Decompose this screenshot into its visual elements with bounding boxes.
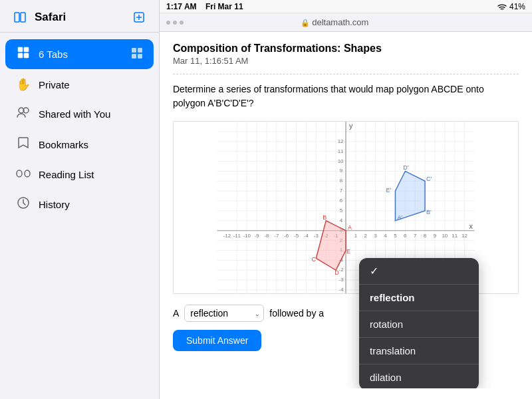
url-bar[interactable]: 🔒 deltamath.com [184, 17, 485, 27]
sidebar-header: Safari [0, 0, 159, 33]
sidebar-item-private[interactable]: ✋ Private [5, 70, 154, 98]
svg-text:3: 3 [374, 233, 377, 239]
transformation-select[interactable]: reflection rotation translation dilation [184, 305, 264, 322]
page-content: Composition of Transformations: Shapes M… [160, 32, 532, 388]
svg-text:9: 9 [340, 168, 343, 174]
dot-2 [173, 21, 177, 25]
sidebar-item-reading-list[interactable]: Reading List [5, 161, 154, 188]
main-content: 1:17 AM Fri Mar 11 41% 🔒 deltamath.com [160, 0, 532, 399]
question-text: Determine a series of transformations th… [173, 82, 519, 110]
svg-text:y: y [349, 122, 353, 130]
dropdown-item-reflection[interactable]: reflection [359, 285, 479, 311]
bookmarks-label: Bookmarks [39, 139, 88, 150]
svg-text:6: 6 [404, 233, 407, 239]
svg-text:9: 9 [434, 233, 437, 239]
svg-text:12: 12 [462, 233, 467, 239]
svg-rect-0 [15, 13, 19, 22]
svg-text:E: E [346, 248, 350, 255]
svg-text:-3: -3 [339, 277, 344, 283]
svg-text:10: 10 [338, 158, 344, 164]
battery-text: 41% [509, 2, 525, 11]
svg-text:7: 7 [340, 188, 342, 194]
input-prefix: A [173, 308, 179, 319]
svg-text:6: 6 [340, 198, 343, 203]
sidebar: Safari 6 Tabs [0, 0, 160, 399]
url-text: deltamath.com [312, 17, 368, 27]
sidebar-item-shared[interactable]: Shared with You [5, 100, 154, 128]
svg-text:-7: -7 [274, 233, 279, 239]
browser-chrome: 🔒 deltamath.com [160, 13, 532, 32]
sidebar-item-bookmarks[interactable]: Bookmarks [5, 130, 154, 160]
svg-rect-10 [138, 48, 142, 53]
svg-rect-8 [24, 53, 29, 58]
wifi-icon [497, 3, 507, 10]
shared-label: Shared with You [39, 108, 110, 120]
private-label: Private [39, 79, 70, 90]
submit-button[interactable]: Submit Answer [173, 330, 261, 351]
dropdown-selected-row: ✓ [359, 258, 479, 285]
svg-text:-8: -8 [264, 233, 269, 239]
svg-text:4: 4 [340, 217, 343, 223]
svg-text:B': B' [426, 209, 432, 215]
page-date: Mar 11, 1:16:51 AM [173, 56, 519, 66]
dropdown-menu: ✓ reflection rotation translation dilati… [359, 258, 479, 388]
bookmarks-icon [16, 136, 31, 153]
dropdown-item-rotation[interactable]: rotation [359, 311, 479, 338]
lock-icon: 🔒 [301, 19, 310, 27]
private-icon: ✋ [16, 77, 31, 92]
svg-text:8: 8 [340, 178, 343, 184]
tabs-icon [16, 46, 31, 63]
svg-text:11: 11 [452, 233, 458, 239]
svg-text:E': E' [386, 187, 392, 194]
input-suffix: followed by a [269, 308, 324, 319]
svg-text:-4: -4 [304, 233, 309, 239]
dot-1 [166, 21, 170, 25]
svg-text:-10: -10 [243, 233, 251, 239]
svg-text:A': A' [397, 214, 402, 221]
tabs-label: 6 Tabs [39, 49, 68, 60]
svg-text:7: 7 [414, 233, 416, 239]
svg-rect-9 [132, 48, 136, 53]
sidebar-item-tabs[interactable]: 6 Tabs [5, 39, 154, 69]
svg-text:D: D [334, 269, 339, 276]
svg-text:-2: -2 [339, 267, 344, 273]
svg-rect-1 [21, 13, 25, 22]
sidebar-title: Safari [35, 11, 66, 24]
svg-text:C: C [311, 256, 316, 263]
svg-text:5: 5 [394, 233, 397, 239]
svg-text:-3: -3 [314, 233, 319, 239]
svg-rect-12 [138, 54, 142, 59]
svg-rect-6 [24, 47, 29, 52]
sidebar-item-history[interactable]: History [5, 190, 154, 219]
history-icon [16, 196, 31, 213]
tab-grid-icon [131, 47, 143, 62]
new-tab-button[interactable] [130, 8, 148, 27]
svg-text:12: 12 [338, 138, 344, 144]
shared-icon [16, 106, 31, 122]
svg-text:4: 4 [384, 233, 387, 239]
svg-text:-5: -5 [294, 233, 299, 239]
svg-text:5: 5 [340, 207, 343, 213]
svg-rect-7 [18, 53, 23, 58]
svg-point-15 [17, 170, 22, 177]
svg-text:-11: -11 [233, 233, 241, 239]
svg-text:C': C' [426, 176, 432, 182]
dropdown-item-dilation[interactable]: dilation [359, 364, 479, 388]
sidebar-header-left: Safari [11, 8, 66, 27]
status-right: 41% [497, 2, 525, 11]
svg-text:2: 2 [364, 233, 367, 239]
svg-text:-9: -9 [255, 233, 260, 239]
transformation-select-wrapper: reflection rotation translation dilation [184, 305, 264, 322]
dropdown-item-translation[interactable]: translation [359, 338, 479, 364]
sidebar-toggle-button[interactable] [11, 8, 29, 27]
svg-rect-5 [18, 47, 23, 52]
svg-text:B: B [323, 214, 327, 221]
svg-text:x: x [469, 222, 473, 230]
svg-point-16 [25, 170, 30, 177]
check-icon: ✓ [370, 265, 378, 277]
svg-text:1: 1 [354, 233, 358, 239]
svg-text:-4: -4 [339, 287, 344, 293]
status-time: 1:17 AM Fri Mar 11 [166, 2, 243, 11]
svg-text:11: 11 [338, 148, 344, 154]
history-label: History [39, 199, 70, 210]
